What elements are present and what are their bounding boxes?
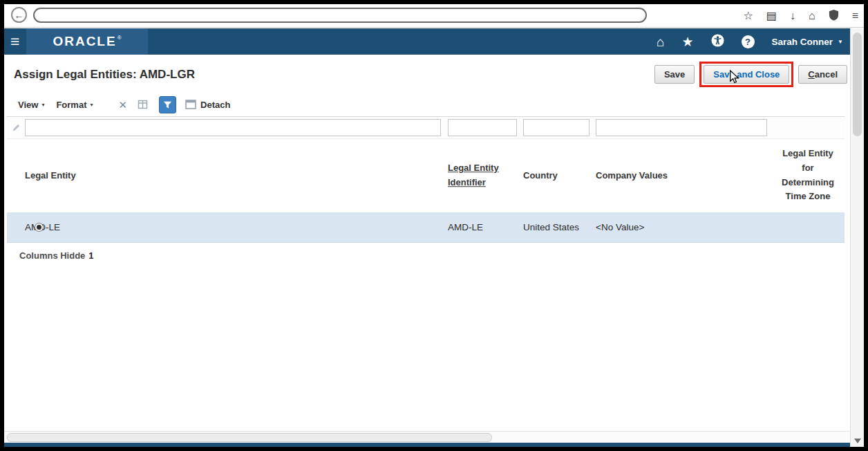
column-header-country: Country <box>523 169 589 183</box>
browser-icon-group: ☆ ▤ ↓ ⌂ ≡ <box>744 4 858 27</box>
accessibility-icon[interactable] <box>711 34 724 50</box>
format-caret-icon: ▾ <box>90 102 93 108</box>
cancel-button[interactable]: Cancel <box>798 65 847 84</box>
view-caret-icon: ▾ <box>41 102 44 108</box>
scroll-down-arrow-icon[interactable] <box>854 439 861 443</box>
user-name: Sarah Conner <box>772 37 833 47</box>
back-arrow-icon: ← <box>15 10 24 21</box>
columns-hidden-label: Columns Hidde <box>19 250 85 261</box>
delete-icon[interactable]: ✕ <box>118 100 127 110</box>
horizontal-scrollbar[interactable] <box>4 431 850 443</box>
format-menu-label: Format <box>56 100 86 110</box>
cell-identifier: AMD-LE <box>448 212 483 242</box>
nav-hamburger-icon[interactable]: ≡ <box>10 28 19 55</box>
detach-button[interactable]: Detach <box>185 100 230 110</box>
detach-label: Detach <box>200 100 230 110</box>
browser-toolbar: ← ☆ ▤ ↓ ⌂ ≡ <box>4 4 864 28</box>
home-icon[interactable]: ⌂ <box>657 35 664 48</box>
table-toolbar: View ▾ Format ▾ ✕ Detach <box>18 95 230 114</box>
user-menu[interactable]: Sarah Conner ▼ <box>772 37 843 47</box>
view-menu[interactable]: View ▾ <box>18 100 44 110</box>
legal-entities-table: Legal Entity Legal Entity Identifier Cou… <box>7 116 845 261</box>
timezone-radio-button[interactable] <box>35 223 44 232</box>
view-menu-label: View <box>18 100 38 110</box>
downloads-icon[interactable]: ↓ <box>790 10 795 21</box>
detach-icon <box>185 100 196 109</box>
save-button-label: Save <box>664 69 685 80</box>
oracle-logo-text: ORACLE <box>53 34 116 49</box>
annotation-highlight-box: Save and Close <box>699 62 793 87</box>
browser-menu-icon[interactable]: ≡ <box>852 10 858 21</box>
page-actions: Save Save and Close Cancel <box>654 62 847 87</box>
table-footer: Columns Hidde1 <box>7 243 845 261</box>
format-menu[interactable]: Format ▾ <box>56 100 93 110</box>
table-row[interactable]: AMD-LE AMD-LE United States <No Value> <box>7 212 845 243</box>
column-header-timezone: Legal Entity for Determining Time Zone <box>776 147 840 204</box>
filter-legal-entity-input[interactable] <box>25 119 441 136</box>
freeze-icon[interactable] <box>138 99 149 110</box>
screenshot-frame: ← ☆ ▤ ↓ ⌂ ≡ ≡ ORACLE ® ⌂ ★ <box>0 0 868 451</box>
oracle-logo: ORACLE ® <box>26 28 148 55</box>
vertical-scrollbar-thumb[interactable] <box>853 33 862 136</box>
filter-country-input[interactable] <box>523 119 589 136</box>
help-icon[interactable]: ? <box>742 35 755 48</box>
cell-company-values: <No Value> <box>596 212 644 242</box>
horizontal-scrollbar-thumb[interactable] <box>7 433 492 442</box>
header-icon-group: ⌂ ★ ? Sarah Conner ▼ <box>657 28 843 55</box>
column-header-legal-entity: Legal Entity <box>25 169 440 183</box>
shield-icon[interactable] <box>829 9 839 23</box>
filter-identifier-input[interactable] <box>448 119 517 136</box>
table-header-row: Legal Entity Legal Entity Identifier Cou… <box>7 139 845 212</box>
page-title: Assign Legal Entities: AMD-LGR <box>14 68 195 82</box>
vertical-scrollbar[interactable] <box>850 28 864 447</box>
save-button[interactable]: Save <box>654 65 695 84</box>
browser-home-icon[interactable]: ⌂ <box>809 10 815 21</box>
cancel-button-label: Cancel <box>808 69 838 80</box>
columns-hidden-count: 1 <box>88 250 93 261</box>
back-button[interactable]: ← <box>11 7 27 23</box>
footer-bar <box>4 443 850 447</box>
favorites-star-icon[interactable]: ★ <box>682 35 694 48</box>
filter-company-values-input[interactable] <box>596 119 767 136</box>
table-filter-row <box>7 117 845 139</box>
save-and-close-button[interactable]: Save and Close <box>704 65 789 84</box>
app-header: ≡ ORACLE ® ⌂ ★ ? Sarah Conner ▼ <box>4 28 850 55</box>
user-menu-caret-icon: ▼ <box>838 39 843 45</box>
cell-country: United States <box>523 212 579 242</box>
column-header-legal-entity-identifier[interactable]: Legal Entity Identifier <box>448 161 510 190</box>
save-and-close-label: Save and Close <box>713 69 780 80</box>
reading-list-icon[interactable]: ▤ <box>766 10 777 21</box>
url-bar[interactable] <box>33 8 647 23</box>
query-by-example-toggle[interactable] <box>159 96 176 113</box>
bookmark-star-icon[interactable]: ☆ <box>744 10 753 21</box>
filter-row-pencil-icon <box>12 123 21 132</box>
column-header-company-values: Company Values <box>596 169 734 183</box>
registered-mark: ® <box>117 35 122 41</box>
